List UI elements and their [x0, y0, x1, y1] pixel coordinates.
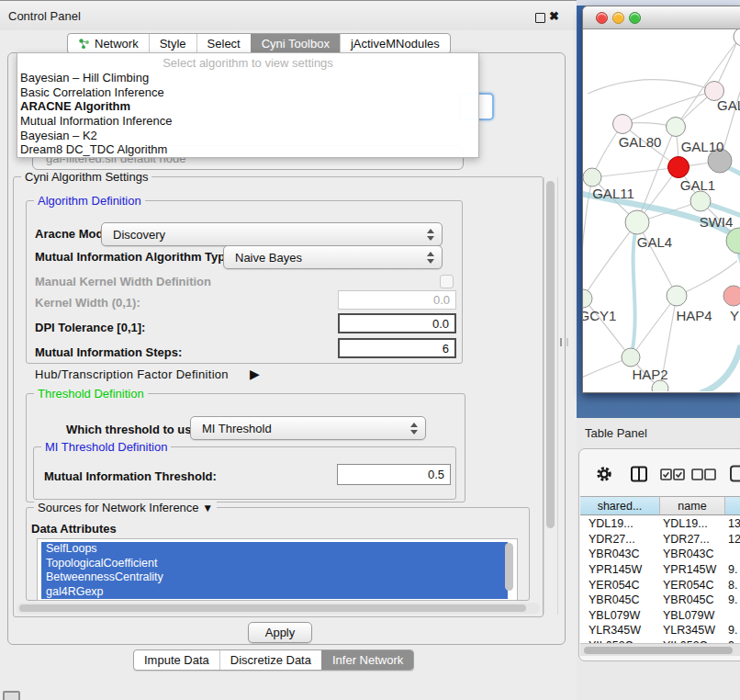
cell: 9. [725, 563, 740, 576]
node-label: GAL11 [592, 186, 634, 201]
cell: YDL19... [580, 517, 659, 530]
node[interactable] [690, 191, 711, 211]
hide-columns-icon[interactable] [691, 468, 716, 484]
cell: YLR345W [659, 624, 725, 637]
node-label: Y [730, 308, 739, 323]
table-row[interactable]: YBR045CYBR045C9. [580, 593, 740, 608]
table-row[interactable]: YER054CYER054C8. [580, 577, 740, 593]
node[interactable] [583, 168, 601, 186]
cell: YDR27... [659, 533, 725, 546]
node-label: GCY1 [583, 308, 616, 323]
cell: YER054C [659, 579, 725, 592]
cell: YDL19... [659, 517, 725, 530]
node[interactable] [723, 286, 740, 306]
table-row[interactable]: YDR27...YDR27...12 [580, 532, 740, 548]
cell: YBL079W [580, 609, 659, 622]
menu-item[interactable]: Bayesian – K2 [17, 129, 478, 143]
node[interactable] [613, 115, 633, 134]
network-canvas[interactable]: GAL GAL80 GAL10 GAL1 GAL11 SWI4 GAL4 GCY… [583, 29, 740, 391]
node-label: GAL10 [681, 139, 724, 154]
show-selected-columns-icon[interactable] [660, 468, 685, 484]
column-header-name[interactable]: name [659, 496, 725, 515]
table-row[interactable]: YDL19...YDL19...13 [580, 516, 740, 532]
cell: YPR145W [580, 563, 659, 576]
node[interactable] [583, 289, 592, 308]
cell: YER054C [580, 579, 659, 592]
cell: 12 [725, 533, 740, 546]
cell: YBR043C [580, 548, 659, 560]
table-panel-title: Table Panel [585, 426, 647, 440]
table-row[interactable]: YLR345WYLR345W9. [580, 623, 740, 638]
menu-item[interactable]: Bayesian – Hill Climbing [17, 71, 478, 85]
cell: YBR045C [580, 593, 659, 606]
split-columns-icon[interactable] [630, 465, 648, 486]
close-window-icon[interactable] [596, 12, 608, 24]
cell: 13 [725, 517, 740, 530]
gear-icon[interactable] [595, 465, 613, 486]
column-header-shared-name[interactable]: shared... [580, 496, 659, 515]
cell: YLR345W [580, 624, 659, 637]
cell: 9. [725, 593, 740, 606]
cell: 8. [725, 579, 740, 592]
algorithm-dropdown-popup: Select algorithm to view settings Bayesi… [17, 52, 479, 158]
cell: YDR27... [580, 533, 659, 546]
node-label: GAL80 [619, 134, 662, 150]
table-function-icon[interactable] [730, 465, 740, 486]
cell: YPR145W [659, 563, 725, 576]
network-window-titlebar[interactable] [583, 6, 740, 29]
minimize-window-icon[interactable] [612, 12, 624, 24]
network-window[interactable]: GAL GAL80 GAL10 GAL1 GAL11 SWI4 GAL4 GCY… [582, 6, 740, 393]
table-body: YDL19...YDL19...13 YDR27...YDR27...12 YB… [580, 516, 740, 643]
network-graph: GAL GAL80 GAL10 GAL1 GAL11 SWI4 GAL4 GCY… [583, 29, 740, 391]
node[interactable] [667, 118, 686, 137]
node-label: GAL1 [680, 177, 715, 193]
node-label: HAP4 [676, 308, 712, 323]
cell: YBR043C [659, 548, 725, 560]
column-header-partial[interactable] [725, 496, 740, 515]
node-selected[interactable] [668, 157, 690, 178]
menu-item[interactable]: Basic Correlation Inference [17, 85, 478, 100]
menu-item[interactable]: Mutual Information Inference [17, 114, 478, 129]
table-row[interactable]: YPR145WYPR145W9. [580, 562, 740, 578]
cell: YBR045C [659, 593, 725, 606]
node-label: HAP2 [632, 367, 667, 382]
scrollbar-thumb[interactable] [584, 647, 733, 654]
node[interactable] [625, 210, 649, 234]
cell: YBL079W [659, 609, 725, 622]
zoom-window-icon[interactable] [629, 12, 641, 24]
table-row[interactable]: YBL079WYBL079W [580, 608, 740, 624]
table-horizontal-scrollbar[interactable] [580, 643, 740, 656]
node-label: GAL4 [637, 234, 672, 250]
node-label: GAL [717, 97, 740, 113]
table-row[interactable]: YBR043CYBR043C [580, 547, 740, 562]
node[interactable] [667, 286, 687, 306]
menu-item-selected[interactable]: ARACNE Algorithm [17, 99, 478, 114]
algorithm-popup-hint: Select algorithm to view settings [17, 53, 478, 71]
node-label: SWI4 [700, 214, 734, 230]
node-labels: GAL GAL80 GAL10 GAL1 GAL11 SWI4 GAL4 GCY… [583, 97, 740, 382]
cell: 9. [725, 624, 740, 637]
menu-item[interactable]: Dream8 DC_TDC Algorithm [17, 142, 478, 157]
node[interactable] [734, 29, 740, 46]
node[interactable] [622, 348, 640, 367]
application-screen: Control Panel ✖ Network Style Se [0, 0, 740, 700]
